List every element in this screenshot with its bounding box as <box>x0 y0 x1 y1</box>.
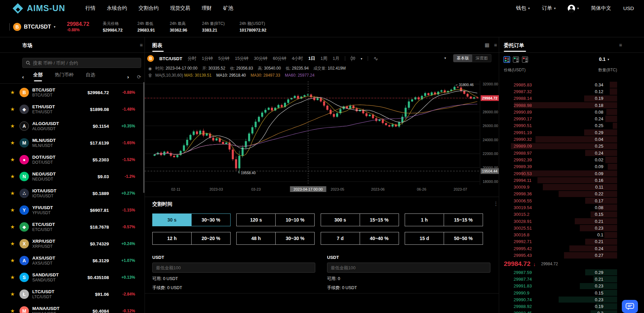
orderbook-row[interactable]: 29989.090.25 <box>504 143 617 150</box>
orders-menu[interactable]: 订单 ▾ <box>542 5 556 11</box>
coin-row-IOTA/USDT[interactable]: ★∴IOTA/USDTIOTA/USDT$0.1889+0.27% <box>0 185 145 202</box>
orderbook-row[interactable]: 29990.320.04 <box>504 136 617 143</box>
view-depth-button[interactable]: 深度图 <box>472 54 491 62</box>
orderbook-row[interactable]: 29988.980.18 <box>504 102 617 109</box>
orderbook-row[interactable]: 29987.320.12 <box>504 88 617 95</box>
star-icon[interactable]: ★ <box>0 190 15 196</box>
star-icon[interactable]: ★ <box>0 241 15 247</box>
star-icon[interactable]: ★ <box>0 123 15 129</box>
orderbook-row[interactable]: 29988.920.19 <box>504 303 617 310</box>
orderbook-row[interactable]: 29991.190.29 <box>504 129 617 136</box>
orderbook-row[interactable]: 30016.80.1 <box>504 232 617 238</box>
orderbook-menu-icon[interactable]: ≡ <box>619 42 622 47</box>
delivery-option-120s[interactable]: 120 s10~10 % <box>236 213 315 226</box>
coin-row-NEO/USDT[interactable]: ★NNEO/USDTNEO/USDT$9.03-1.2% <box>0 168 145 185</box>
star-icon[interactable]: ★ <box>0 157 15 163</box>
view-basic-button[interactable]: 基本版 <box>453 54 472 62</box>
star-icon[interactable]: ★ <box>0 89 15 95</box>
delivery-option-7d[interactable]: 7 d40~40 % <box>321 232 399 245</box>
amount-input[interactable] <box>331 265 487 270</box>
orderbook-row[interactable]: 29990.510.25 <box>504 122 617 129</box>
chat-support-button[interactable] <box>622 300 638 313</box>
orderbook-row[interactable]: 29991.830.23 <box>504 283 617 289</box>
price-chart[interactable]: 32000.0030000.0028000.0026000.0024000.00… <box>145 81 499 197</box>
wallet-menu[interactable]: 钱包 ▾ <box>516 5 530 11</box>
timeframe-4小时[interactable]: 4小时 <box>292 55 303 62</box>
delivery-option-1h[interactable]: 1 h15~15 % <box>405 213 483 226</box>
market-tab-热门币种[interactable]: 热门币种 <box>55 72 74 81</box>
star-icon[interactable]: ★ <box>0 207 15 213</box>
delivery-option-12h[interactable]: 12 h20~20 % <box>152 232 231 245</box>
pair-selector[interactable]: B BTC/USDT ▾ <box>13 23 55 31</box>
orderbook-row[interactable]: 30019.540.08 <box>504 204 617 211</box>
candlestick-style-icon[interactable] <box>351 56 355 61</box>
chevron-left-icon[interactable]: ‹ <box>22 74 24 79</box>
layout-grid-icon[interactable]: ▦ <box>485 42 489 47</box>
timeframe-5分钟[interactable]: 5分钟 <box>218 55 229 62</box>
nav-item-行情[interactable]: 行情 <box>85 5 95 11</box>
coin-row-MLN/USDT[interactable]: ★MMLN/USDTMLN/USDT$17.6139-1.65% <box>0 134 145 151</box>
coin-row-SAND/USDT[interactable]: ★SSAND/USDTSAND/USDT$0.435108+0.13% <box>0 269 145 286</box>
nav-item-矿池[interactable]: 矿池 <box>223 5 233 11</box>
delivery-option-15d[interactable]: 15 d50~50 % <box>405 232 483 245</box>
market-menu-icon[interactable]: ≡ <box>140 42 143 47</box>
orderbook-row[interactable]: 29987.740.21 <box>504 276 617 282</box>
nav-item-交割合约[interactable]: 交割合约 <box>138 5 159 11</box>
delivery-option-48h[interactable]: 48 h30~30 % <box>236 232 315 245</box>
orderbook-row[interactable]: 30009.90.11 <box>504 184 617 190</box>
star-icon[interactable]: ★ <box>0 224 15 230</box>
nav-item-现货交易[interactable]: 现货交易 <box>170 5 190 11</box>
orderbook-row[interactable]: 29995.430.27 <box>504 252 617 259</box>
language-selector[interactable]: 简体中文 <box>591 5 611 11</box>
star-icon[interactable]: ★ <box>0 173 15 180</box>
view-asks-icon[interactable] <box>522 56 528 63</box>
star-icon[interactable]: ★ <box>0 308 15 313</box>
timeframe-1周[interactable]: 1周 <box>321 55 327 62</box>
orderbook-row[interactable]: 29988.140.19 <box>504 95 617 102</box>
timeframe-15分钟[interactable]: 15分钟 <box>235 55 248 62</box>
orderbook-row[interactable]: 29990.890.08 <box>504 109 617 115</box>
star-icon[interactable]: ★ <box>0 140 15 146</box>
coin-row-YFI/USDT[interactable]: ★YYFI/USDTYFI/USDT$6907.81-1.15% <box>0 202 145 219</box>
delivery-option-300s[interactable]: 300 s15~15 % <box>321 213 399 226</box>
line-chart-icon[interactable]: ∿ <box>373 56 378 62</box>
orderbook-row[interactable]: 29990.90.15 <box>504 289 617 296</box>
orderbook-row[interactable]: 29990.170.24 <box>504 115 617 122</box>
orderbook-row[interactable]: 29990.530.09 <box>504 170 617 177</box>
coin-row-AXS/USDT[interactable]: ★AAXS/USDTAXS/USDT$6.3129+1.07% <box>0 252 145 269</box>
logo[interactable]: AIMS-UN <box>13 3 65 13</box>
coin-row-XRP/USDT[interactable]: ★XXRP/USDTXRP/USDT$0.74329+0.24% <box>0 235 145 252</box>
orderbook-row[interactable]: 29992.450.2 <box>504 310 617 313</box>
precision-selector[interactable]: 0.1 ▾ <box>599 56 609 62</box>
star-icon[interactable]: ★ <box>0 106 15 112</box>
timeframe-60分钟[interactable]: 60分钟 <box>273 55 286 62</box>
orderbook-row[interactable]: 29987.590.29 <box>504 269 617 276</box>
orderbook-row[interactable]: 29995.420.24 <box>504 245 617 252</box>
view-both-icon[interactable] <box>504 56 510 63</box>
coin-row-MANA/USDT[interactable]: ★MMANA/USDTMANA/USDT$0.4084-0.12% <box>0 303 145 313</box>
orderbook-row[interactable]: 30025.510.23 <box>504 225 617 231</box>
coin-row-ETH/USDT[interactable]: ★◆ETH/USDTETH/USDT$1899.08-1.48% <box>0 101 145 118</box>
timeframe-分时[interactable]: 分时 <box>188 55 196 62</box>
chevron-down-icon[interactable]: ▾ <box>444 56 446 60</box>
chart-menu-icon[interactable]: ≡ <box>494 42 497 47</box>
account-menu[interactable]: ▾ <box>568 5 579 12</box>
chevron-down-icon[interactable]: ▾ <box>361 57 362 61</box>
view-bids-icon[interactable] <box>513 56 519 63</box>
orderbook-row[interactable]: 29989.390.09 <box>504 163 617 170</box>
timeframe-1月[interactable]: 1月 <box>333 55 339 62</box>
orderbook-row[interactable]: 29985.830.34 <box>504 81 617 88</box>
refresh-icon[interactable]: ⟳ <box>137 74 141 79</box>
orderbook-row[interactable]: 29994.110.16 <box>504 177 617 184</box>
coin-row-ALGO/USDT[interactable]: ★AALGO/USDTALGO/USDT$0.1154+0.35% <box>0 118 145 134</box>
orderbook-row[interactable]: 30006.550.17 <box>504 197 617 204</box>
chart-tab[interactable]: 图表 <box>152 42 162 49</box>
market-tab-自选[interactable]: 自选 <box>86 72 95 81</box>
coin-row-LTC/USDT[interactable]: ★ŁLTC/USDTLTC/USDT$91.06-2.84% <box>0 286 145 303</box>
star-icon[interactable]: ★ <box>0 291 15 297</box>
coin-row-ETC/USDT[interactable]: ★◆ETC/USDTETC/USDT$18.7678-0.57% <box>0 219 145 235</box>
orderbook-row[interactable]: 29992.710.21 <box>504 238 617 245</box>
chevron-right-icon[interactable]: › <box>127 74 129 79</box>
coin-row-DOT/USDT[interactable]: ★●DOT/USDTDOT/USDT$5.2303-1.52% <box>0 151 145 168</box>
orderbook-row[interactable]: 29998.360.22 <box>504 191 617 197</box>
